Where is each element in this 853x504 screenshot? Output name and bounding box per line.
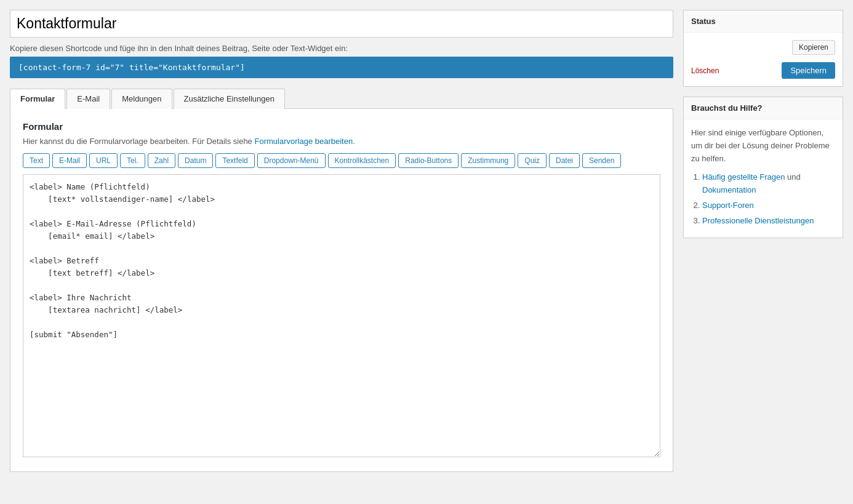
field-btn-dropdown[interactable]: Dropdown-Menü [257, 153, 326, 168]
field-btn-datei[interactable]: Datei [549, 153, 580, 168]
field-btn-tel[interactable]: Tel. [120, 153, 145, 168]
field-btn-textfeld[interactable]: Textfeld [215, 153, 254, 168]
help-link-support-foren[interactable]: Support-Foren [702, 201, 754, 210]
list-item: Support-Foren [702, 199, 835, 212]
status-actions-top: Kopieren [691, 40, 835, 55]
help-box-description: Hier sind einige verfügbare Optionen, um… [691, 127, 835, 165]
form-panel-description: Hier kannst du die Formularvorlage bearb… [23, 137, 660, 146]
field-btn-zahl[interactable]: Zahl [148, 153, 175, 168]
tab-zusaetzliche-einstellungen[interactable]: Zusätzliche Einstellungen [174, 89, 285, 109]
tab-email[interactable]: E-Mail [66, 89, 110, 109]
status-box-header: Status [684, 10, 843, 33]
form-panel-desc-text: Hier kannst du die Formularvorlage bearb… [23, 137, 252, 146]
sidebar: Status Kopieren Löschen Speichern Brauch… [683, 10, 843, 472]
form-code-textarea[interactable] [23, 174, 660, 457]
field-btn-kontrollkaestchen[interactable]: Kontrollkästchen [328, 153, 396, 168]
help-box-header: Brauchst du Hilfe? [684, 97, 843, 119]
form-panel: Formular Hier kannst du die Formularvorl… [10, 109, 673, 472]
help-box-content: Hier sind einige verfügbare Optionen, um… [684, 119, 843, 238]
field-btn-quiz[interactable]: Quiz [518, 153, 547, 168]
status-actions-bottom: Löschen Speichern [691, 62, 835, 79]
help-link-dokumentation[interactable]: Dokumentation [702, 185, 756, 194]
help-links-list: Häufig gestellte Fragen und Dokumentatio… [691, 171, 835, 227]
field-btn-senden[interactable]: Senden [582, 153, 621, 168]
status-box-content: Kopieren Löschen Speichern [684, 33, 843, 86]
tab-formular[interactable]: Formular [10, 89, 65, 109]
field-btn-text[interactable]: Text [23, 153, 50, 168]
field-btn-datum[interactable]: Datum [178, 153, 213, 168]
form-panel-desc-suffix: . [353, 137, 355, 146]
field-btn-email[interactable]: E-Mail [52, 153, 87, 168]
form-title-input[interactable] [10, 10, 673, 38]
shortcode-box[interactable]: [contact-form-7 id="7" title="Kontaktfor… [10, 57, 673, 78]
list-item: Professionelle Dienstleistungen [702, 215, 835, 228]
main-content: Kopiere diesen Shortcode und füge ihn in… [10, 10, 673, 472]
save-button[interactable]: Speichern [782, 62, 835, 79]
formularvorlage-link[interactable]: Formularvorlage bearbeiten [254, 137, 353, 146]
field-btn-radio[interactable]: Radio-Buttons [398, 153, 459, 168]
tabs-nav: Formular E-Mail Meldungen Zusätzliche Ei… [10, 88, 673, 109]
help-box: Brauchst du Hilfe? Hier sind einige verf… [683, 97, 843, 238]
help-link-faq-suffix: und [785, 172, 800, 182]
field-buttons-container: Text E-Mail URL Tel. Zahl Datum Textfeld… [23, 153, 660, 168]
help-link-faq[interactable]: Häufig gestellte Fragen [702, 172, 785, 182]
form-panel-title: Formular [23, 121, 660, 132]
help-link-professionelle[interactable]: Professionelle Dienstleistungen [702, 216, 814, 225]
shortcode-hint: Kopiere diesen Shortcode und füge ihn in… [10, 44, 673, 53]
tab-meldungen[interactable]: Meldungen [111, 89, 172, 109]
list-item: Häufig gestellte Fragen und Dokumentatio… [702, 171, 835, 197]
field-btn-zustimmung[interactable]: Zustimmung [461, 153, 515, 168]
field-btn-url[interactable]: URL [89, 153, 118, 168]
status-box: Status Kopieren Löschen Speichern [683, 10, 843, 87]
delete-button[interactable]: Löschen [691, 66, 719, 75]
copy-button[interactable]: Kopieren [792, 40, 835, 55]
